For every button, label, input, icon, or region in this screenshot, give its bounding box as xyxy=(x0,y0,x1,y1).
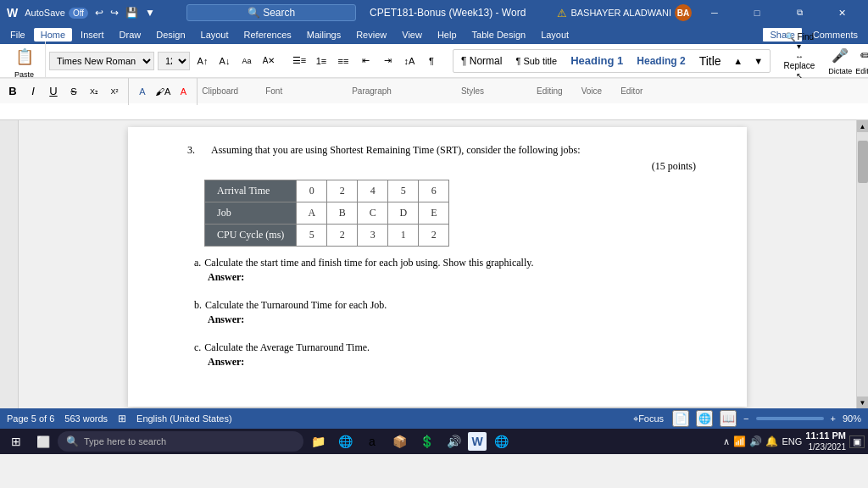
tab-file[interactable]: File xyxy=(3,28,32,42)
sub-question-c: c. Calculate the Average Turnaround Time… xyxy=(187,341,696,369)
print-layout-btn[interactable]: 📄 xyxy=(672,410,689,427)
decrease-indent-btn[interactable]: ⇤ xyxy=(356,52,375,70)
tab-table-design[interactable]: Table Design xyxy=(465,28,533,42)
zoom-in-btn[interactable]: + xyxy=(831,413,836,424)
sub-q-c-text: Calculate the Average Turnaround Time. xyxy=(204,341,370,354)
styles-scroll-up[interactable]: ▲ xyxy=(729,52,748,70)
paste-btn[interactable]: 📋 xyxy=(11,43,38,70)
font-size-select[interactable]: 12 xyxy=(158,52,190,70)
bullets-btn[interactable]: ☰≡ xyxy=(290,52,309,70)
editor-btn[interactable]: ✏ xyxy=(856,47,868,65)
tab-mailings[interactable]: Mailings xyxy=(300,28,348,42)
taskbar-chrome-icon[interactable]: 🌐 xyxy=(488,429,514,454)
title-search-box[interactable]: 🔍 Search xyxy=(186,4,356,21)
focus-label: Focus xyxy=(638,413,664,424)
cpu-2b: 2 xyxy=(419,225,449,247)
zoom-out-btn[interactable]: − xyxy=(743,413,748,424)
scroll-up-btn[interactable]: ▲ xyxy=(857,120,869,132)
taskbar-app6-icon[interactable]: 🔊 xyxy=(441,429,466,454)
scroll-down-btn[interactable]: ▼ xyxy=(857,396,869,408)
taskbar-app5-icon[interactable]: 💲 xyxy=(414,429,439,454)
taskbar-search-icon: 🔍 xyxy=(66,435,79,447)
points-text: (15 points) xyxy=(187,160,696,173)
style-title[interactable]: Title xyxy=(693,52,727,70)
tab-layout2[interactable]: Layout xyxy=(534,28,576,42)
editor-section-label: Editor xyxy=(620,86,643,96)
subscript-btn[interactable]: X₂ xyxy=(85,82,103,101)
user-avatar[interactable]: BA xyxy=(675,4,692,21)
autosave-toggle[interactable]: Off xyxy=(69,8,88,19)
tab-references[interactable]: References xyxy=(237,28,298,42)
increase-font-btn[interactable]: A↑ xyxy=(193,52,212,70)
superscript-btn[interactable]: X² xyxy=(105,82,124,101)
undo-btn[interactable]: ↩ xyxy=(95,7,103,19)
tab-home[interactable]: Home xyxy=(34,28,72,42)
change-case-btn[interactable]: Aa xyxy=(237,52,256,70)
start-btn[interactable]: ⊞ xyxy=(3,429,29,454)
style-heading2[interactable]: Heading 2 xyxy=(631,53,691,69)
toolbar-row1: 📋 Paste Times New Roman 12 A↑ A↓ Aa A✕ ☰… xyxy=(0,44,868,78)
read-mode-btn[interactable]: 📖 xyxy=(720,410,737,427)
minimize-btn[interactable]: ─ xyxy=(695,0,734,25)
clear-format-btn[interactable]: A✕ xyxy=(259,52,278,70)
scroll-track[interactable] xyxy=(857,132,869,396)
tab-insert[interactable]: Insert xyxy=(74,28,111,42)
tab-help[interactable]: Help xyxy=(431,28,464,42)
font-color-btn[interactable]: A xyxy=(174,82,192,101)
zoom-slider[interactable] xyxy=(756,417,824,420)
document-area[interactable]: 3. Assuming that you are using Shortest … xyxy=(19,120,856,408)
italic-btn[interactable]: I xyxy=(24,82,42,101)
job-c: C xyxy=(358,202,388,225)
task-view-btn[interactable]: ⬜ xyxy=(31,429,56,454)
scrollbar-right[interactable]: ▲ ▼ xyxy=(856,120,868,408)
tray-chevron-icon[interactable]: ∧ xyxy=(723,436,730,447)
close-btn[interactable]: ✕ xyxy=(822,0,861,25)
font-section-label: Font xyxy=(265,86,282,96)
ruler-left xyxy=(0,120,19,408)
focus-btn[interactable]: ⌖ Focus xyxy=(632,409,665,428)
increase-indent-btn[interactable]: ⇥ xyxy=(378,52,397,70)
style-subtitle[interactable]: ¶ Sub title xyxy=(509,53,563,69)
taskbar-search[interactable]: 🔍 Type here to search xyxy=(58,431,303,452)
tab-layout[interactable]: Layout xyxy=(194,28,236,42)
more-options-btn[interactable]: ▼ xyxy=(145,7,155,19)
styles-scroll-down[interactable]: ▼ xyxy=(749,52,768,70)
dictate-btn[interactable]: 🎤 xyxy=(830,47,850,65)
sub-q-c-answer: Answer: xyxy=(208,356,696,369)
find-btn[interactable]: 🔍 Find ▾ xyxy=(782,32,817,51)
show-marks-btn[interactable]: ¶ xyxy=(422,52,441,70)
tab-draw[interactable]: Draw xyxy=(113,28,148,42)
redo-btn[interactable]: ↪ xyxy=(110,7,119,19)
tab-design[interactable]: Design xyxy=(149,28,192,42)
taskbar-explorer-icon[interactable]: 📁 xyxy=(305,429,331,454)
sort-btn[interactable]: ↕A xyxy=(400,52,419,70)
underline-btn[interactable]: U xyxy=(44,82,63,101)
maximize-btn[interactable]: □ xyxy=(737,0,776,25)
style-normal[interactable]: ¶ Normal xyxy=(455,53,508,69)
taskbar-edge-icon[interactable]: 🌐 xyxy=(332,429,358,454)
taskbar-dropbox-icon[interactable]: 📦 xyxy=(387,429,412,454)
text-highlight-btn[interactable]: 🖌A xyxy=(153,82,172,101)
text-effects-btn[interactable]: A xyxy=(133,82,152,101)
bold-btn[interactable]: B xyxy=(3,82,22,101)
replace-btn[interactable]: ↔ Replace xyxy=(782,52,817,70)
language-indicator: ENG xyxy=(782,436,802,446)
taskbar-amazon-icon[interactable]: a xyxy=(359,429,385,454)
date: 1/23/2021 xyxy=(805,442,846,452)
tab-review[interactable]: Review xyxy=(349,28,393,42)
scroll-thumb[interactable] xyxy=(858,141,868,183)
separator5 xyxy=(128,78,129,105)
strikethrough-btn[interactable]: S xyxy=(64,82,83,101)
web-layout-btn[interactable]: 🌐 xyxy=(696,410,713,427)
taskbar-word-icon[interactable]: W xyxy=(468,432,487,451)
font-name-select[interactable]: Times New Roman xyxy=(49,52,154,70)
numbering-btn[interactable]: 1≡ xyxy=(312,52,331,70)
decrease-font-btn[interactable]: A↓ xyxy=(215,52,234,70)
style-heading1[interactable]: Heading 1 xyxy=(565,52,629,69)
tab-view[interactable]: View xyxy=(395,28,429,42)
notification-panel-btn[interactable]: ▣ xyxy=(849,435,865,448)
restore-btn[interactable]: ⧉ xyxy=(780,0,819,25)
page-info: Page 5 of 6 xyxy=(7,413,54,424)
multilevel-btn[interactable]: ≡≡ xyxy=(334,52,353,70)
quick-save-btn[interactable]: 💾 xyxy=(125,7,138,19)
